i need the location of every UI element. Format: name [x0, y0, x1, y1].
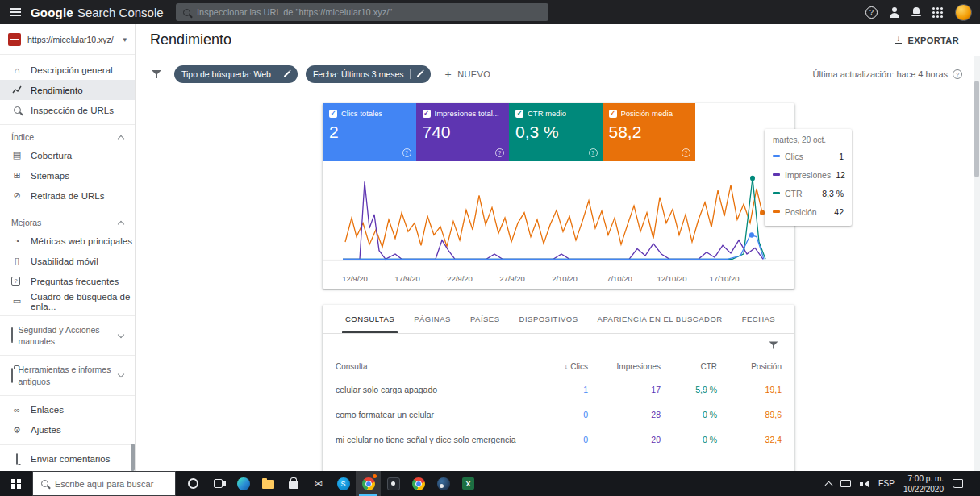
column-ctr[interactable]: CTR	[661, 362, 717, 371]
checkbox-checked[interactable]: ✓	[329, 110, 337, 118]
language-indicator[interactable]: ESP	[878, 479, 895, 488]
sidebar-scrollbar[interactable]	[131, 444, 135, 471]
mobile-icon: ▯	[11, 256, 23, 266]
excel-button[interactable]: X	[456, 471, 481, 496]
home-icon: ⌂	[11, 65, 23, 75]
steam-button[interactable]	[431, 471, 456, 496]
checkbox-checked[interactable]: ✓	[609, 110, 617, 118]
sidebar-item-links[interactable]: ∞ Enlaces	[0, 400, 135, 420]
tab-pages[interactable]: PÁGINAS	[404, 305, 461, 333]
table-row[interactable]: mi celular no tiene señal y dice solo em…	[323, 427, 794, 452]
sidebar-item-overview[interactable]: ⌂ Descripción general	[0, 60, 135, 80]
scrollbar[interactable]	[974, 56, 980, 471]
task-view-button[interactable]	[206, 471, 231, 496]
column-impressions[interactable]: Impresiones	[588, 362, 661, 371]
tab-countries[interactable]: PAÍSES	[461, 305, 510, 333]
sidebar-item-url-inspection[interactable]: Inspección de URLs	[0, 100, 135, 120]
metric-card-total-impressions[interactable]: ✓ Impresiones total... 740 ?	[416, 103, 510, 161]
info-icon[interactable]: ?	[589, 148, 598, 157]
table-row[interactable]: como formatear un celular 0 28 0 % 89,6	[323, 402, 794, 427]
feedback-bubble-icon	[11, 454, 23, 464]
metric-value: 740	[423, 123, 503, 142]
sidebar-item-faq[interactable]: ? Preguntas frecuentes	[0, 271, 135, 291]
section-index[interactable]: Índice	[0, 129, 135, 145]
magnifier-icon	[11, 106, 23, 115]
metric-card-average-ctr[interactable]: ✓ CTR medio 0,3 % ?	[509, 103, 603, 161]
table-row[interactable]: celular solo carga apagado 1 17 5,9 % 19…	[323, 377, 794, 402]
section-legacy-tools[interactable]: Herramientas e informes antiguos	[0, 360, 135, 390]
users-icon[interactable]	[889, 7, 900, 18]
sidebar-item-coverage[interactable]: ▤ Cobertura	[0, 145, 135, 165]
info-icon[interactable]: ?	[402, 148, 411, 157]
chrome-alt-icon	[412, 477, 425, 490]
notifications-bell-icon[interactable]	[911, 7, 921, 17]
section-enhancements[interactable]: Mejoras	[0, 215, 135, 231]
skype-button[interactable]: S	[331, 471, 356, 496]
export-label: EXPORTAR	[907, 35, 959, 45]
sidebar-item-performance[interactable]: Rendimiento	[0, 80, 135, 100]
metric-card-total-clicks[interactable]: ✓ Clics totales 2 ?	[323, 103, 416, 161]
tab-search-appearance[interactable]: APARIENCIA EN EL BUSCADOR	[588, 305, 732, 333]
pencil-icon[interactable]	[416, 71, 423, 77]
shield-icon	[11, 328, 13, 343]
line-chart[interactable]: 12/9/20 17/9/20 22/9/20 27/9/20 2/10/20 …	[323, 161, 794, 289]
start-button[interactable]	[0, 471, 32, 496]
url-inspection-searchbar[interactable]	[176, 3, 548, 21]
edge-button[interactable]	[231, 471, 256, 496]
menu-icon[interactable]	[0, 0, 31, 24]
column-clicks[interactable]: ↓ Clics	[540, 362, 588, 371]
chrome-alt-button[interactable]	[406, 471, 431, 496]
export-button[interactable]: ↓ EXPORTAR	[895, 35, 959, 45]
notification-dot	[373, 474, 377, 478]
checkbox-checked[interactable]: ✓	[515, 110, 523, 118]
property-selector[interactable]: https://micelular10.xyz/ ▾	[0, 24, 135, 55]
taskbar-search-input[interactable]	[55, 479, 169, 489]
section-title: Herramientas e informes antiguos	[19, 364, 114, 386]
sidebar-item-feedback[interactable]: Enviar comentarios	[0, 449, 135, 469]
filter-chip-search-type[interactable]: Tipo de búsqueda: Web	[174, 65, 298, 83]
filter-icon[interactable]	[152, 69, 161, 79]
new-filter-button[interactable]: + NUEVO	[445, 69, 491, 79]
column-position[interactable]: Posición	[717, 362, 782, 371]
volume-icon[interactable]	[860, 480, 869, 488]
column-query[interactable]: Consulta	[336, 362, 540, 371]
tab-dates[interactable]: FECHAS	[732, 305, 786, 333]
file-explorer-button[interactable]	[256, 471, 281, 496]
checkbox-checked[interactable]: ✓	[423, 110, 431, 118]
dark-app-button[interactable]	[381, 471, 406, 496]
sidebar-item-mobile-usability[interactable]: ▯ Usabilidad móvil	[0, 251, 135, 271]
page-header: Rendimiento ↓ EXPORTAR	[136, 24, 974, 56]
section-security-manual-actions[interactable]: Seguridad y Acciones manuales	[0, 320, 135, 351]
tab-devices[interactable]: DISPOSITIVOS	[510, 305, 588, 333]
sidebar-item-settings[interactable]: ⚙ Ajustes	[0, 420, 135, 440]
table-filter-icon[interactable]	[769, 340, 778, 349]
sidebar-item-sitemaps[interactable]: ⊞ Sitemaps	[0, 165, 135, 185]
store-button[interactable]	[281, 471, 306, 496]
app-logo[interactable]: Google Search Console	[31, 6, 164, 19]
sidebar-item-core-web-vitals[interactable]: ◔ Métricas web principales	[0, 231, 135, 251]
avatar[interactable]	[955, 4, 972, 21]
pencil-icon[interactable]	[284, 71, 290, 77]
apps-grid-icon[interactable]	[932, 7, 935, 10]
filter-chip-date-range[interactable]: Fecha: Últimos 3 meses	[306, 65, 431, 83]
tray-expand-icon[interactable]	[824, 481, 832, 490]
clock[interactable]: 7:00 p. m. 10/22/2020	[903, 473, 944, 494]
metric-card-average-position[interactable]: ✓ Posición media 58,2 ?	[603, 103, 696, 161]
scrollbar-thumb[interactable]	[974, 81, 979, 177]
sidebar-item-removals[interactable]: ⊘ Retirada de URLs	[0, 185, 135, 206]
info-icon[interactable]: ?	[953, 69, 962, 79]
sidebar-item-sitelinks-searchbox[interactable]: ▭ Cuadro de búsqueda de enla...	[0, 291, 135, 311]
info-icon[interactable]: ?	[495, 148, 504, 157]
x-tick: 12/10/20	[657, 274, 687, 283]
section-title: Mejoras	[11, 218, 41, 227]
mail-button[interactable]: ✉	[306, 471, 331, 496]
chrome-button-active[interactable]	[356, 471, 381, 496]
action-center-icon[interactable]	[953, 479, 963, 488]
tab-queries[interactable]: CONSULTAS	[336, 305, 404, 333]
info-icon[interactable]: ?	[682, 148, 690, 157]
help-icon[interactable]: ?	[865, 6, 878, 19]
taskbar-search[interactable]	[32, 471, 176, 496]
url-inspection-input[interactable]	[197, 7, 541, 17]
network-icon[interactable]	[840, 480, 851, 487]
cortana-button[interactable]	[181, 471, 206, 496]
